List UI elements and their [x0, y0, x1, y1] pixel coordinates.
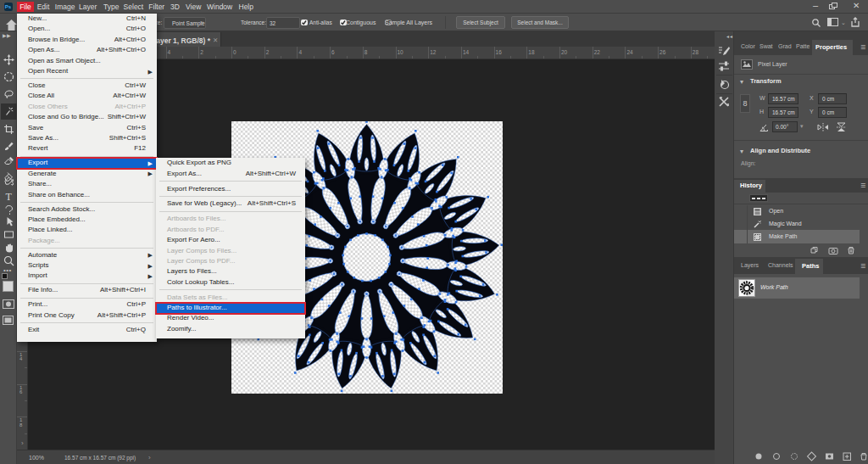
svg-text:T: T	[5, 191, 12, 202]
